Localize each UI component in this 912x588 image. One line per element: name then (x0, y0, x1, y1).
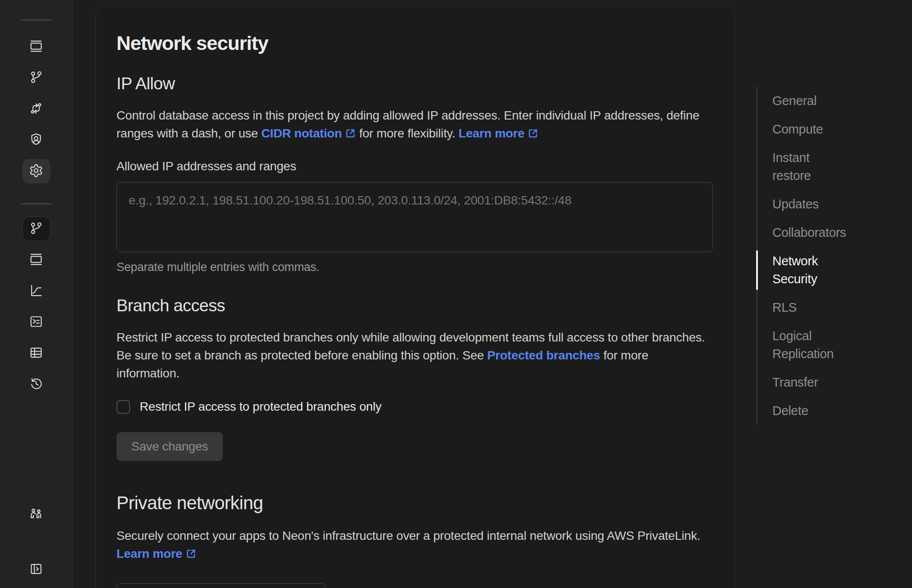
tool-item-dashboard[interactable] (22, 248, 50, 272)
ip-allow-heading: IP Allow (116, 74, 713, 93)
sidebar-divider (21, 203, 52, 204)
settings-nav-logical-replication[interactable]: Logical Replication (757, 322, 905, 368)
integrations-icon (29, 101, 43, 117)
branch-access-heading: Branch access (116, 296, 713, 315)
restrict-ip-checkbox-row: Restrict IP access to protected branches… (116, 400, 713, 414)
git-branch-icon (29, 70, 43, 86)
collapse-sidebar-button[interactable] (22, 557, 50, 582)
people-icon (29, 507, 43, 522)
main-content: Network security IP Allow Control databa… (73, 0, 912, 588)
sidebar-divider (21, 19, 52, 21)
settings-nav-collaborators[interactable]: Collaborators (757, 218, 905, 247)
dashboard-icon (29, 39, 43, 55)
external-link-icon (528, 126, 539, 144)
settings-nav-updates[interactable]: Updates (757, 190, 905, 218)
cidr-notation-link[interactable]: CIDR notation (261, 127, 356, 140)
sidebar-item-invite-people[interactable] (22, 502, 50, 527)
sidebar-item-integrations[interactable] (22, 97, 50, 121)
settings-nav-list: General Compute Instant restore Updates … (757, 87, 905, 425)
settings-section-nav: General Compute Instant restore Updates … (757, 87, 905, 425)
ip-allow-learn-more-link[interactable]: Learn more (458, 127, 539, 140)
ip-allow-description: Control database access in this project … (116, 106, 713, 144)
external-link-icon (345, 126, 356, 144)
protected-branches-label: Protected branches (487, 349, 600, 362)
private-networking-heading: Private networking (116, 493, 713, 514)
protected-branches-link[interactable]: Protected branches (487, 349, 600, 362)
tables-grid-icon (29, 345, 43, 361)
collapse-sidebar-icon (29, 562, 43, 577)
private-networking-learn-more-link[interactable]: Learn more (116, 547, 197, 560)
ip-helper-text: Separate multiple entries with commas. (116, 261, 713, 274)
tool-item-monitoring[interactable] (22, 279, 50, 303)
page-title: Network security (116, 32, 713, 55)
settings-nav-transfer[interactable]: Transfer (757, 368, 905, 397)
tool-item-sql-editor[interactable] (22, 310, 50, 334)
tool-item-restore[interactable] (22, 372, 50, 397)
configure-org-settings-button[interactable]: Configure in organization settings (116, 583, 325, 588)
sidebar-footer-divider (0, 552, 73, 552)
settings-nav-rls[interactable]: RLS (757, 293, 905, 322)
learn-more-label: Learn more (458, 127, 525, 140)
restrict-ip-checkbox-label[interactable]: Restrict IP access to protected branches… (140, 400, 381, 414)
sidebar-item-dashboard[interactable] (22, 35, 50, 59)
settings-nav-instant-restore[interactable]: Instant restore (757, 144, 905, 190)
monitoring-chart-icon (29, 283, 43, 299)
app-root: Network security IP Allow Control databa… (0, 0, 912, 588)
branch-access-description: Restrict IP access to protected branches… (116, 328, 713, 382)
restrict-ip-checkbox[interactable] (116, 400, 130, 414)
settings-nav-delete[interactable]: Delete (757, 397, 905, 425)
settings-gear-icon (29, 163, 43, 179)
dashboard-icon (29, 252, 43, 268)
private-networking-desc-text: Securely connect your apps to Neon's inf… (116, 529, 701, 542)
allowed-ip-input[interactable] (116, 182, 713, 252)
git-branch-icon (29, 221, 43, 237)
sidebar-item-auth[interactable] (22, 128, 50, 152)
network-security-card: Network security IP Allow Control databa… (95, 6, 735, 588)
tool-item-tables[interactable] (22, 341, 50, 366)
sql-editor-terminal-icon (29, 314, 43, 330)
learn-more-label: Learn more (116, 547, 183, 560)
tool-item-branches[interactable] (22, 217, 50, 241)
cidr-link-label: CIDR notation (261, 127, 342, 140)
settings-nav-network-security[interactable]: Network Security (757, 247, 905, 293)
private-networking-description: Securely connect your apps to Neon's inf… (116, 527, 713, 564)
sidebar-item-branches[interactable] (22, 66, 50, 90)
ip-field-label: Allowed IP addresses and ranges (116, 159, 713, 173)
settings-nav-compute[interactable]: Compute (757, 115, 905, 144)
auth-shield-icon (29, 132, 43, 148)
left-sidebar (0, 0, 73, 588)
ip-allow-desc-text2: for more flexibility. (356, 127, 459, 140)
external-link-icon (186, 546, 197, 564)
sidebar-item-settings[interactable] (22, 159, 50, 183)
settings-nav-general[interactable]: General (757, 87, 905, 115)
save-changes-button[interactable]: Save changes (116, 432, 223, 461)
restore-history-icon (29, 377, 43, 392)
